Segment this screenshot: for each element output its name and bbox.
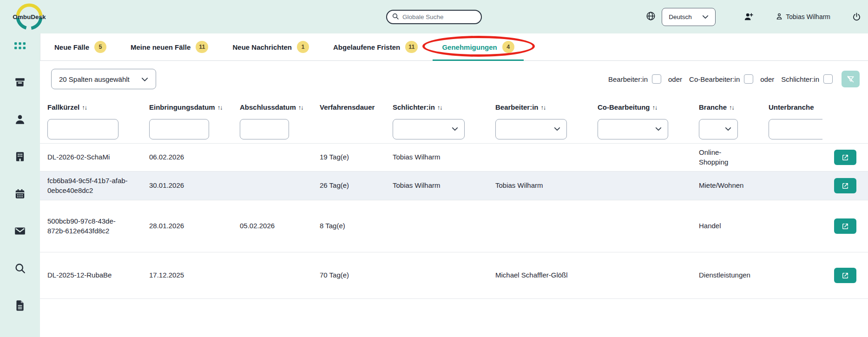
cell-einbringungsdatum: 06.02.2026 — [142, 144, 232, 172]
tab-label: Abgelaufene Fristen — [333, 43, 400, 51]
col-header-actions — [822, 97, 868, 115]
person-filter-group: Bearbeiter:in oder Co-Bearbeiter:in oder… — [608, 71, 860, 87]
add-user-button[interactable] — [743, 12, 754, 22]
tab-abgelaufene-fristen[interactable]: Abgelaufene Fristen 11 — [321, 33, 430, 60]
documents-icon[interactable] — [14, 300, 26, 311]
cell-abschlussdatum: 05.02.2026 — [232, 200, 312, 252]
open-case-button[interactable] — [834, 178, 856, 193]
cell-abschlussdatum — [232, 144, 312, 172]
col-header-co-bearbeitung[interactable]: Co-Bearbeitung↑↓ — [590, 97, 691, 115]
oder-label: oder — [668, 75, 682, 83]
header-row: Fallkürzel↑↓ Einbringungsdatum↑↓ Abschlu… — [40, 97, 868, 115]
cell-co-bearbeitung — [590, 144, 691, 172]
col-header-bearbeiter[interactable]: Bearbeiter:in↑↓ — [488, 97, 590, 115]
organizations-building-icon[interactable] — [14, 151, 26, 162]
contacts-person-icon[interactable] — [14, 114, 26, 125]
count-badge: 11 — [405, 41, 418, 53]
open-case-button[interactable] — [834, 150, 856, 165]
cell-verfahrensdauer: 19 Tag(e) — [312, 144, 385, 172]
cell-co-bearbeitung — [590, 252, 691, 299]
col-header-schlichter[interactable]: Schlichter:in↑↓ — [385, 97, 488, 115]
open-external-icon — [841, 182, 849, 190]
table-row[interactable]: 500bcb90-97c8-43de-872b-612e643fd8c2 28.… — [40, 200, 868, 252]
tab-neue-faelle[interactable]: Neue Fälle 5 — [42, 33, 118, 60]
schlichter-checkbox[interactable] — [823, 74, 833, 84]
bearbeiter-checkbox[interactable] — [652, 74, 661, 84]
sort-icon: ↑↓ — [729, 104, 734, 111]
col-header-einbringungsdatum[interactable]: Einbringungsdatum↑↓ — [142, 97, 232, 115]
cell-schlichter: Tobias Wilharm — [385, 172, 488, 200]
cell-einbringungsdatum: 17.12.2025 — [142, 252, 232, 299]
cell-branche: Miete/Wohnen — [691, 172, 761, 200]
sort-icon: ↑↓ — [437, 104, 442, 111]
cell-branche: Handel — [691, 200, 761, 252]
cell-fallkuerzel: fcb6ba94-9c5f-41b7-afab-0ebce40e8dc2 — [40, 172, 142, 200]
cell-abschlussdatum — [232, 172, 312, 200]
filter-select-schlichter[interactable] — [393, 119, 465, 139]
schlichter-filter-label: Schlichter:in — [781, 75, 819, 83]
columns-select[interactable]: 20 Spalten ausgewählt — [51, 69, 156, 89]
table-row[interactable]: DL-2025-12-RubaBe 17.12.2025 70 Tag(e) M… — [40, 252, 868, 299]
filter-input-fallkuerzel[interactable] — [47, 119, 118, 139]
cell-verfahrensdauer: 26 Tag(e) — [312, 172, 385, 200]
sidebar — [0, 33, 40, 337]
dashboard-tabbar: Neue Fälle 5 Meine neuen Fälle 11 Neue N… — [40, 33, 868, 61]
tab-neue-nachrichten[interactable]: Neue Nachrichten 1 — [220, 33, 321, 60]
chevron-down-icon — [141, 75, 148, 83]
cell-fallkuerzel: DL-2026-02-SchaMi — [40, 144, 142, 172]
open-case-button[interactable] — [834, 268, 856, 283]
cell-fallkuerzel: DL-2025-12-RubaBe — [40, 252, 142, 299]
search-icon[interactable] — [14, 263, 26, 274]
calendar-icon[interactable] — [14, 188, 26, 199]
globe-icon — [645, 11, 656, 23]
filter-select-bearbeiter[interactable] — [495, 119, 567, 139]
user-name: Tobias Wilharm — [786, 13, 830, 20]
sort-icon: ↑↓ — [652, 104, 658, 111]
table-row[interactable]: DL-2026-02-SchaMi 06.02.2026 19 Tag(e) T… — [40, 144, 868, 172]
tab-meine-neuen-faelle[interactable]: Meine neuen Fälle 11 — [118, 33, 220, 60]
open-case-button[interactable] — [834, 218, 856, 234]
apps-grid-icon[interactable] — [14, 42, 26, 51]
tab-label: Genehmigungen — [442, 43, 497, 51]
table-row[interactable]: fcb6ba94-9c5f-41b7-afab-0ebce40e8dc2 30.… — [40, 172, 868, 200]
count-badge: 1 — [297, 41, 309, 53]
tab-label: Meine neuen Fälle — [131, 43, 191, 51]
col-header-abschlussdatum[interactable]: Abschlussdatum↑↓ — [232, 97, 312, 115]
top-header: OmbuDesk Deutsch Tobias Wilharm — [0, 0, 868, 33]
cases-table-container: Fallkürzel↑↓ Einbringungsdatum↑↓ Abschlu… — [40, 97, 868, 299]
chevron-down-icon — [702, 13, 709, 20]
messages-mail-icon[interactable] — [14, 225, 26, 237]
count-badge: 4 — [502, 41, 514, 53]
cell-bearbeiter: Tobias Wilharm — [488, 172, 590, 200]
col-header-branche[interactable]: Branche↑↓ — [691, 97, 761, 115]
tab-genehmigungen[interactable]: Genehmigungen 4 — [430, 33, 526, 60]
filter-select-branche[interactable] — [699, 119, 738, 139]
sort-icon: ↑↓ — [541, 104, 546, 111]
logout-power-button[interactable] — [852, 12, 861, 22]
cell-fallkuerzel: 500bcb90-97c8-43de-872b-612e643fd8c2 — [40, 200, 142, 252]
col-header-fallkuerzel[interactable]: Fallkürzel↑↓ — [40, 97, 142, 115]
filter-off-button[interactable] — [842, 71, 860, 87]
filter-input-abschlussdatum[interactable] — [240, 119, 289, 139]
oder-label: oder — [760, 75, 774, 83]
tab-label: Neue Nachrichten — [232, 43, 292, 51]
co-bearbeiter-checkbox[interactable] — [744, 74, 753, 84]
cell-schlichter — [385, 200, 488, 252]
inbox-icon[interactable] — [14, 77, 26, 88]
filter-actions-cell — [822, 115, 868, 144]
column-filter-row — [40, 115, 868, 144]
current-user-button[interactable]: Tobias Wilharm — [775, 12, 830, 22]
cell-schlichter — [385, 252, 488, 299]
cell-einbringungsdatum: 28.01.2026 — [142, 200, 232, 252]
language-select[interactable]: Deutsch — [662, 8, 716, 26]
filter-select-co-bearbeitung[interactable] — [598, 119, 668, 139]
cell-bearbeiter — [488, 144, 590, 172]
chevron-down-icon — [452, 127, 458, 131]
cell-schlichter: Tobias Wilharm — [385, 144, 488, 172]
open-external-icon — [841, 271, 849, 280]
open-external-icon — [841, 222, 849, 231]
search-input[interactable] — [402, 13, 472, 20]
filter-input-einbringungsdatum[interactable] — [149, 119, 209, 139]
search-icon — [392, 13, 399, 22]
logo-text: OmbuDesk — [13, 13, 46, 20]
